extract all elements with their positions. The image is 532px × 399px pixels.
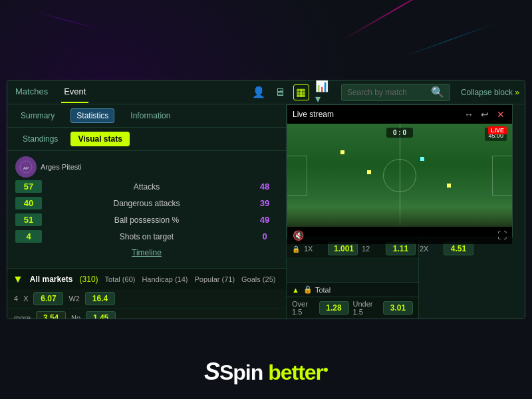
search-input[interactable] xyxy=(347,88,427,97)
all-markets-label: All markets xyxy=(30,275,73,284)
live-stream-container: Live stream ↔ ↩ ✕ xyxy=(287,104,513,237)
odds-extra-value[interactable]: 3.54 xyxy=(36,311,66,319)
odds-x-value[interactable]: 6.07 xyxy=(33,292,63,305)
fullscreen-icon[interactable]: ⛶ xyxy=(497,230,507,241)
stat-home-shots: 4 xyxy=(15,230,42,243)
markets-bar: ▼ All markets (310) Total (60) Handicap … xyxy=(7,268,286,289)
dc-label-12: 12 xyxy=(362,245,382,253)
odds-w2-value[interactable]: 16.4 xyxy=(85,292,115,305)
search-icon: 🔍 xyxy=(431,86,444,98)
total-label: Total xyxy=(315,286,331,294)
search-box[interactable]: 🔍 xyxy=(341,84,450,101)
market-chip-total[interactable]: Total (60) xyxy=(105,275,136,283)
screen-icon-btn[interactable]: 🖥 xyxy=(272,84,288,100)
stat-row-dangerous: 40 Dangerous attacks 39 xyxy=(15,197,278,209)
content-area: Summary Statistics Information Standings… xyxy=(7,104,525,319)
stats-section: AP Arges Pitesti 57 Attacks 48 40 Danger… xyxy=(7,151,286,268)
tab-statistics[interactable]: Statistics xyxy=(70,108,114,123)
player-dot-2 xyxy=(367,170,371,174)
tab-standings[interactable]: Standings xyxy=(15,132,65,146)
player-dot-4 xyxy=(447,184,451,188)
dc-value-2x[interactable]: 4.51 xyxy=(444,242,473,255)
total-lock-icon: 🔒 xyxy=(303,285,313,294)
spinbetter-logo: SSpin better xyxy=(204,358,328,386)
scoreboard: 0 : 0 xyxy=(386,128,413,138)
odds-w2-label: W2 xyxy=(68,295,80,303)
tab-information[interactable]: Information xyxy=(125,109,176,122)
odds-row-2: more 3.54 No 1.45 xyxy=(7,309,286,319)
odds-row-1: 4 X 6.07 W2 16.4 xyxy=(7,289,286,309)
stat-row-attacks: 57 Attacks 48 xyxy=(15,180,278,193)
stat-home-dangerous: 40 xyxy=(15,197,42,209)
over-label: Over 1.5 xyxy=(292,300,315,316)
main-panel: Matches Event 👤 🖥 ▦ 📊 ▾ 🔍 Collapse block… xyxy=(7,80,525,319)
stream-header: Live stream ↔ ↩ ✕ xyxy=(287,105,512,124)
stat-row-shots: 4 Shots on target 0 xyxy=(15,230,278,243)
team-row: AP Arges Pitesti xyxy=(15,156,278,178)
better-text: better xyxy=(268,360,323,384)
tab-matches[interactable]: Matches xyxy=(13,81,51,103)
logo-dot xyxy=(324,368,328,372)
tab-event[interactable]: Event xyxy=(61,81,88,103)
market-chip-popular[interactable]: Popular (71) xyxy=(195,275,235,283)
player-dot-1 xyxy=(340,150,344,154)
stat-row-possession: 51 Ball possession % 49 xyxy=(15,213,278,226)
total-header: ▲ 🔒 Total xyxy=(287,282,418,297)
dc-label-2x: 2X xyxy=(420,245,440,253)
live-badge: LIVE xyxy=(488,126,507,134)
dc-value-12[interactable]: 1.11 xyxy=(386,242,416,255)
stat-away-dangerous: 39 xyxy=(251,198,278,208)
spin-text: SSpin xyxy=(204,360,268,384)
stream-move-icon[interactable]: ↔ xyxy=(463,108,475,120)
top-nav: Matches Event 👤 🖥 ▦ 📊 ▾ 🔍 Collapse block… xyxy=(7,80,525,104)
person-icon-btn[interactable]: 👤 xyxy=(251,84,267,100)
stat-home-attacks: 57 xyxy=(15,180,42,193)
team-logo: AP xyxy=(15,156,37,178)
left-goal xyxy=(287,156,307,196)
team-name: Arges Pitesti xyxy=(41,163,82,171)
left-panel: Summary Statistics Information Standings… xyxy=(7,104,287,319)
right-panel: Live stream ↔ ↩ ✕ xyxy=(287,104,525,319)
crowd-overlay xyxy=(287,207,512,227)
sub-nav: Summary Statistics Information xyxy=(7,104,286,128)
mute-icon[interactable]: 🔇 xyxy=(293,230,304,241)
stream-back-icon[interactable]: ↩ xyxy=(479,108,491,120)
total-section: ▲ 🔒 Total Over 1.5 1.28 Under 1.5 3.01 xyxy=(287,282,418,319)
stat-away-possession: 49 xyxy=(251,215,278,225)
tab-visual-stats[interactable]: Visual stats xyxy=(70,132,129,146)
stats-tabs: Standings Visual stats xyxy=(7,128,286,151)
total-odds-row: Over 1.5 1.28 Under 1.5 3.01 xyxy=(287,297,418,319)
stream-title: Live stream xyxy=(293,110,334,119)
soccer-field: 0 : 0 45:00 xyxy=(287,124,512,227)
odds-home-label: 4 xyxy=(14,295,18,303)
stream-close-btn[interactable]: ✕ xyxy=(495,108,507,120)
layout-icon-btn[interactable]: ▦ xyxy=(293,84,309,100)
chart-icon-btn[interactable]: 📊 ▾ xyxy=(315,84,331,100)
svg-text:AP: AP xyxy=(23,166,29,170)
odds-extra-label: more xyxy=(14,314,31,319)
timeline-button[interactable]: Timeline xyxy=(132,248,162,257)
odds-no-value[interactable]: 1.45 xyxy=(86,311,116,319)
stat-label-attacks: Attacks xyxy=(46,182,247,192)
markets-expand-icon[interactable]: ▼ xyxy=(13,273,23,285)
market-chip-handicap[interactable]: Handicap (14) xyxy=(142,275,188,283)
stat-label-possession: Ball possession % xyxy=(46,215,247,225)
stat-label-shots: Shots on target xyxy=(46,232,247,241)
stat-home-possession: 51 xyxy=(15,213,42,226)
under-label: Under 1.5 xyxy=(353,300,380,316)
markets-count: (310) xyxy=(80,275,98,284)
stat-away-shots: 0 xyxy=(251,231,278,241)
odds-x-label: X xyxy=(23,295,28,303)
total-expand[interactable]: ▲ xyxy=(292,286,299,294)
collapse-block-btn[interactable]: Collapse block » xyxy=(461,88,519,97)
odds-no-label: No xyxy=(71,314,80,319)
stat-label-dangerous: Dangerous attacks xyxy=(46,199,247,208)
over-value[interactable]: 1.28 xyxy=(319,301,349,315)
stat-away-attacks: 48 xyxy=(251,182,278,192)
lock-icon: 🔒 xyxy=(292,245,300,253)
dc-value-1x[interactable]: 1.001 xyxy=(328,242,358,255)
market-chip-goals[interactable]: Goals (25) xyxy=(241,275,275,283)
tab-summary[interactable]: Summary xyxy=(15,109,60,122)
player-dot-3 xyxy=(420,157,424,161)
under-value[interactable]: 3.01 xyxy=(383,301,413,315)
